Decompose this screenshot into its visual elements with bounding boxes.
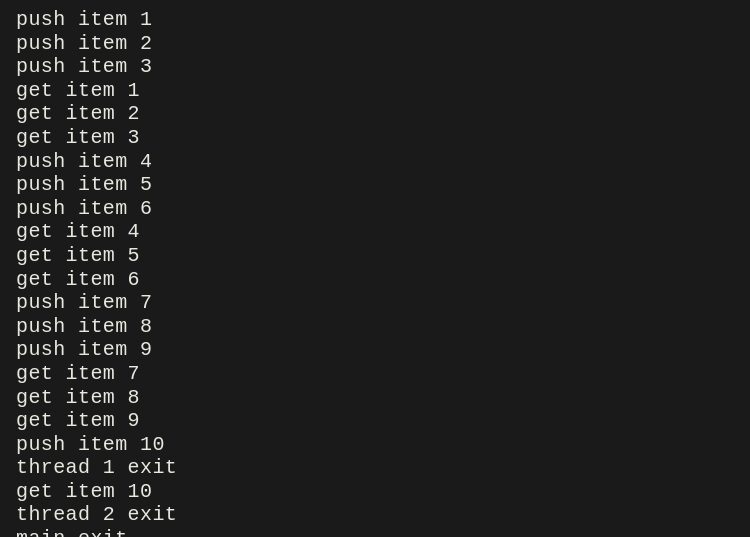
terminal-line: get item 10	[16, 480, 734, 504]
terminal-line: push item 10	[16, 433, 734, 457]
terminal-line: get item 4	[16, 220, 734, 244]
terminal-line: get item 6	[16, 268, 734, 292]
terminal-line: push item 3	[16, 55, 734, 79]
terminal-line: get item 9	[16, 409, 734, 433]
terminal-line: push item 4	[16, 150, 734, 174]
terminal-line: push item 2	[16, 32, 734, 56]
terminal-line: push item 1	[16, 8, 734, 32]
terminal-line: thread 1 exit	[16, 456, 734, 480]
terminal-line: get item 2	[16, 102, 734, 126]
terminal-line: get item 7	[16, 362, 734, 386]
terminal-line: push item 6	[16, 197, 734, 221]
terminal-line: push item 7	[16, 291, 734, 315]
terminal-line: push item 5	[16, 173, 734, 197]
terminal-line: push item 8	[16, 315, 734, 339]
terminal-line: get item 3	[16, 126, 734, 150]
terminal-line: thread 2 exit	[16, 503, 734, 527]
terminal-line: get item 8	[16, 386, 734, 410]
terminal-line: push item 9	[16, 338, 734, 362]
terminal-line: get item 5	[16, 244, 734, 268]
terminal-line: main exit	[16, 527, 734, 537]
terminal-output: push item 1push item 2push item 3get ite…	[16, 8, 734, 537]
terminal-line: get item 1	[16, 79, 734, 103]
